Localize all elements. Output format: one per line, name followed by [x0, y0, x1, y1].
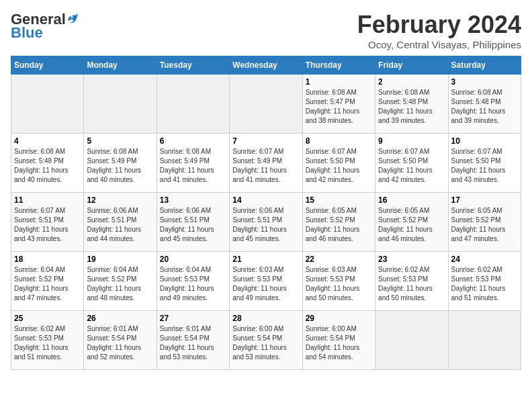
day-info: Sunrise: 6:07 AMSunset: 5:50 PMDaylight:… — [451, 147, 518, 185]
day-info: Sunrise: 6:08 AMSunset: 5:49 PMDaylight:… — [87, 147, 153, 185]
logo-blue-text: Blue — [11, 24, 43, 42]
logo: General Blue — [11, 11, 79, 42]
calendar-cell: 28Sunrise: 6:00 AMSunset: 5:54 PMDayligh… — [230, 311, 302, 370]
day-info: Sunrise: 6:08 AMSunset: 5:48 PMDaylight:… — [14, 147, 81, 185]
calendar-cell — [157, 75, 229, 134]
calendar-title: February 2024 — [357, 11, 521, 39]
calendar-cell: 26Sunrise: 6:01 AMSunset: 5:54 PMDayligh… — [84, 311, 157, 370]
calendar-cell: 6Sunrise: 6:08 AMSunset: 5:49 PMDaylight… — [157, 134, 229, 193]
calendar-cell: 13Sunrise: 6:06 AMSunset: 5:51 PMDayligh… — [157, 193, 229, 252]
day-info: Sunrise: 6:02 AMSunset: 5:53 PMDaylight:… — [451, 265, 518, 303]
day-info: Sunrise: 6:08 AMSunset: 5:47 PMDaylight:… — [306, 88, 372, 126]
day-number: 13 — [160, 195, 226, 205]
calendar-cell: 16Sunrise: 6:05 AMSunset: 5:52 PMDayligh… — [375, 193, 448, 252]
day-number: 25 — [14, 314, 81, 323]
weekday-header: Wednesday — [230, 56, 302, 75]
day-info: Sunrise: 6:03 AMSunset: 5:53 PMDaylight:… — [306, 265, 372, 303]
calendar-cell: 9Sunrise: 6:07 AMSunset: 5:50 PMDaylight… — [375, 134, 448, 193]
calendar-cell: 4Sunrise: 6:08 AMSunset: 5:48 PMDaylight… — [11, 134, 84, 193]
calendar-cell: 17Sunrise: 6:05 AMSunset: 5:52 PMDayligh… — [448, 193, 521, 252]
day-info: Sunrise: 6:04 AMSunset: 5:52 PMDaylight:… — [87, 265, 153, 303]
calendar-cell: 18Sunrise: 6:04 AMSunset: 5:52 PMDayligh… — [11, 252, 84, 311]
day-number: 20 — [160, 255, 226, 264]
day-number: 15 — [306, 195, 372, 205]
calendar-cell: 19Sunrise: 6:04 AMSunset: 5:52 PMDayligh… — [84, 252, 157, 311]
calendar-subtitle: Ocoy, Central Visayas, Philippines — [357, 39, 521, 50]
calendar-cell: 23Sunrise: 6:02 AMSunset: 5:53 PMDayligh… — [375, 252, 448, 311]
calendar-cell — [375, 311, 448, 370]
calendar-cell: 14Sunrise: 6:06 AMSunset: 5:51 PMDayligh… — [230, 193, 302, 252]
day-info: Sunrise: 6:06 AMSunset: 5:51 PMDaylight:… — [160, 206, 226, 244]
day-number: 17 — [451, 195, 518, 205]
calendar-cell: 5Sunrise: 6:08 AMSunset: 5:49 PMDaylight… — [84, 134, 157, 193]
day-number: 21 — [232, 255, 299, 264]
calendar-cell: 27Sunrise: 6:01 AMSunset: 5:54 PMDayligh… — [157, 311, 229, 370]
calendar-cell: 15Sunrise: 6:05 AMSunset: 5:52 PMDayligh… — [302, 193, 375, 252]
day-info: Sunrise: 6:04 AMSunset: 5:53 PMDaylight:… — [160, 265, 226, 303]
day-info: Sunrise: 6:08 AMSunset: 5:49 PMDaylight:… — [160, 147, 226, 185]
day-number: 27 — [160, 314, 226, 323]
weekday-header: Tuesday — [157, 56, 229, 75]
day-number: 5 — [87, 136, 153, 146]
day-info: Sunrise: 6:07 AMSunset: 5:50 PMDaylight:… — [378, 147, 445, 185]
day-number: 23 — [378, 255, 445, 264]
calendar-cell — [448, 311, 521, 370]
day-number: 14 — [232, 195, 299, 205]
day-number: 22 — [306, 255, 372, 264]
calendar-cell: 24Sunrise: 6:02 AMSunset: 5:53 PMDayligh… — [448, 252, 521, 311]
calendar-cell: 2Sunrise: 6:08 AMSunset: 5:48 PMDaylight… — [375, 75, 448, 134]
calendar-cell — [11, 75, 84, 134]
day-number: 3 — [451, 77, 518, 87]
day-info: Sunrise: 6:06 AMSunset: 5:51 PMDaylight:… — [87, 206, 153, 244]
calendar-cell: 25Sunrise: 6:02 AMSunset: 5:53 PMDayligh… — [11, 311, 84, 370]
calendar-cell: 12Sunrise: 6:06 AMSunset: 5:51 PMDayligh… — [84, 193, 157, 252]
weekday-header: Friday — [375, 56, 448, 75]
day-number: 7 — [232, 136, 299, 146]
day-number: 26 — [87, 314, 153, 323]
day-number: 28 — [232, 314, 299, 323]
day-info: Sunrise: 6:04 AMSunset: 5:52 PMDaylight:… — [14, 265, 81, 303]
day-info: Sunrise: 6:07 AMSunset: 5:50 PMDaylight:… — [306, 147, 372, 185]
day-info: Sunrise: 6:05 AMSunset: 5:52 PMDaylight:… — [378, 206, 445, 244]
day-info: Sunrise: 6:08 AMSunset: 5:48 PMDaylight:… — [378, 88, 445, 126]
day-number: 10 — [451, 136, 518, 146]
day-info: Sunrise: 6:08 AMSunset: 5:48 PMDaylight:… — [451, 88, 518, 126]
weekday-header: Thursday — [302, 56, 375, 75]
day-info: Sunrise: 6:01 AMSunset: 5:54 PMDaylight:… — [87, 324, 153, 362]
calendar-cell: 20Sunrise: 6:04 AMSunset: 5:53 PMDayligh… — [157, 252, 229, 311]
calendar-cell: 11Sunrise: 6:07 AMSunset: 5:51 PMDayligh… — [11, 193, 84, 252]
weekday-header: Sunday — [11, 56, 84, 75]
day-number: 2 — [378, 77, 445, 87]
day-number: 1 — [306, 77, 372, 87]
day-number: 24 — [451, 255, 518, 264]
calendar-cell: 1Sunrise: 6:08 AMSunset: 5:47 PMDaylight… — [302, 75, 375, 134]
calendar-cell: 22Sunrise: 6:03 AMSunset: 5:53 PMDayligh… — [302, 252, 375, 311]
day-info: Sunrise: 6:00 AMSunset: 5:54 PMDaylight:… — [306, 324, 372, 362]
day-number: 16 — [378, 195, 445, 205]
day-number: 6 — [160, 136, 226, 146]
calendar-cell: 21Sunrise: 6:03 AMSunset: 5:53 PMDayligh… — [230, 252, 302, 311]
calendar-cell — [84, 75, 157, 134]
calendar-header: SundayMondayTuesdayWednesdayThursdayFrid… — [11, 56, 521, 75]
day-number: 4 — [14, 136, 81, 146]
day-number: 18 — [14, 255, 81, 264]
day-info: Sunrise: 6:02 AMSunset: 5:53 PMDaylight:… — [14, 324, 81, 362]
day-info: Sunrise: 6:06 AMSunset: 5:51 PMDaylight:… — [232, 206, 299, 244]
day-number: 11 — [14, 195, 81, 205]
day-info: Sunrise: 6:02 AMSunset: 5:53 PMDaylight:… — [378, 265, 445, 303]
title-block: February 2024 Ocoy, Central Visayas, Phi… — [357, 11, 521, 50]
day-info: Sunrise: 6:07 AMSunset: 5:49 PMDaylight:… — [232, 147, 299, 185]
day-number: 19 — [87, 255, 153, 264]
day-info: Sunrise: 6:05 AMSunset: 5:52 PMDaylight:… — [306, 206, 372, 244]
calendar-cell: 8Sunrise: 6:07 AMSunset: 5:50 PMDaylight… — [302, 134, 375, 193]
calendar-cell: 7Sunrise: 6:07 AMSunset: 5:49 PMDaylight… — [230, 134, 302, 193]
day-info: Sunrise: 6:01 AMSunset: 5:54 PMDaylight:… — [160, 324, 226, 362]
calendar-table: SundayMondayTuesdayWednesdayThursdayFrid… — [11, 56, 521, 370]
day-info: Sunrise: 6:03 AMSunset: 5:53 PMDaylight:… — [232, 265, 299, 303]
calendar-cell — [230, 75, 302, 134]
calendar-cell: 3Sunrise: 6:08 AMSunset: 5:48 PMDaylight… — [448, 75, 521, 134]
day-number: 9 — [378, 136, 445, 146]
day-info: Sunrise: 6:00 AMSunset: 5:54 PMDaylight:… — [232, 324, 299, 362]
weekday-header: Saturday — [448, 56, 521, 75]
logo-bird-icon — [67, 12, 79, 24]
